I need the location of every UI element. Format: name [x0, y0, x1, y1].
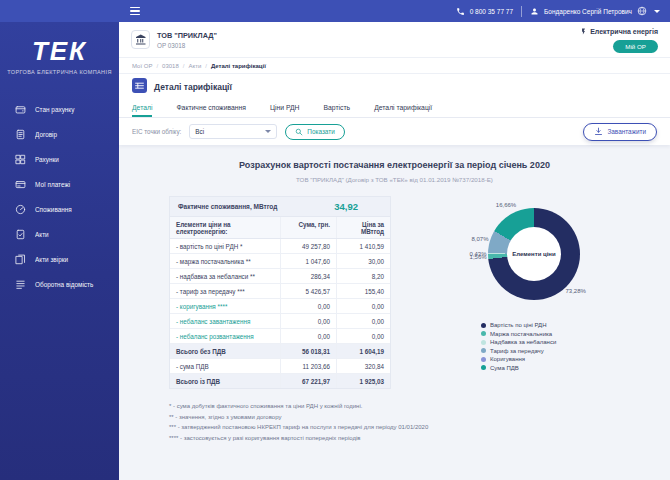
breadcrumb-separator: / [183, 63, 185, 69]
sidebar-item-label: Рахунки [35, 156, 59, 164]
tab-0[interactable]: Деталі [132, 100, 152, 117]
calculation-title: Розрахунок вартості постачання електроен… [119, 160, 670, 170]
row-label[interactable]: - небаланс розвантаження [170, 329, 280, 343]
sidebar-nav: Стан рахункуДоговірРахункиМої платежіСпо… [0, 97, 119, 297]
row-label: - вартість по ціні РДН * [170, 239, 280, 253]
body-row: ТЕК ТОРГОВА ЕЛЕКТРИЧНА КОМПАНІЯ Стан рах… [0, 22, 670, 480]
row-price: 30,00 [336, 254, 390, 268]
row-sum: 5 426,57 [280, 284, 336, 298]
content: Розрахунок вартості постачання електроен… [119, 145, 670, 480]
donut-percent-label: 73,28% [565, 288, 585, 294]
user-name[interactable]: Бондаренко Сергій Петрович [544, 8, 632, 15]
legend-label: Надбавка за небаланси [490, 339, 556, 345]
row-sum: 1 047,60 [280, 254, 336, 268]
tab-2[interactable]: Ціни РДН [270, 100, 300, 117]
row-price: 155,40 [336, 284, 390, 298]
topbar-divider [521, 6, 522, 17]
sidebar-item-5[interactable]: Акти [0, 222, 119, 247]
company-bar: ТОВ "ПРИКЛАД" ОР 03018 Електрична енергі… [119, 22, 670, 58]
row-price: 320,84 [336, 359, 390, 373]
row-label[interactable]: - коригування **** [170, 299, 280, 313]
donut-center-label: Елементи ціни [512, 251, 555, 258]
consumption-header: Фактичне споживання, МВтгод 34,92 [170, 197, 390, 217]
columns: Фактичне споживання, МВтгод 34,92 Елемен… [119, 196, 670, 389]
company-block: ТОВ "ПРИКЛАД" ОР 03018 [157, 31, 217, 49]
row-sum: 0,00 [280, 299, 336, 313]
consumption-icon [15, 204, 27, 215]
donut-percent-label: 8,07% [472, 236, 489, 242]
row-label: Всього із ПДВ [170, 374, 280, 388]
column-header-sum: Сума, грн. [280, 217, 336, 238]
user-icon [530, 7, 539, 16]
support-phone[interactable]: 0 800 35 77 77 [470, 8, 513, 15]
topbar-right: 0 800 35 77 77 Бондаренко Сергій Петрови… [456, 6, 670, 17]
breadcrumb-item-0[interactable]: Мої ОР [132, 63, 152, 69]
table-row: - вартість по ціні РДН *49 257,801 410,5… [170, 239, 390, 254]
my-or-button[interactable]: Мій ОР [613, 40, 658, 53]
row-label[interactable]: - небаланс завантаження [170, 314, 280, 328]
show-button[interactable]: Показати [285, 124, 344, 140]
sidebar-item-label: Акти звірки [35, 256, 68, 264]
app: 0 800 35 77 77 Бондаренко Сергій Петрови… [0, 0, 670, 480]
sidebar-item-label: Мої платежі [35, 181, 70, 189]
legend-label: Маржа постачальника [490, 331, 552, 337]
chart-block: Елементи ціни 73,28%1,56%0,43%8,07%16,66… [441, 196, 661, 389]
footnote-2: *** - затверджений постановою НКРЕКП тар… [169, 422, 670, 433]
donut-percent-label: 0,43% [469, 251, 486, 257]
tariff-details-icon [132, 78, 147, 97]
legend-label: Коригування [490, 356, 525, 362]
sidebar-item-3[interactable]: Мої платежі [0, 172, 119, 197]
legend-dot [481, 348, 486, 353]
sidebar-item-2[interactable]: Рахунки [0, 147, 119, 172]
logo-subtitle: ТОРГОВА ЕЛЕКТРИЧНА КОМПАНІЯ [0, 69, 119, 75]
tariff-table: Фактичне споживання, МВтгод 34,92 Елемен… [169, 196, 391, 389]
topbar: 0 800 35 77 77 Бондаренко Сергій Петрови… [0, 0, 670, 22]
sidebar-item-6[interactable]: Акти звірки [0, 247, 119, 272]
row-price: 1 604,19 [336, 344, 390, 358]
chevron-down-icon[interactable] [654, 10, 660, 13]
breadcrumb-item-1[interactable]: 03018 [162, 63, 179, 69]
logo[interactable]: ТЕК ТОРГОВА ЕЛЕКТРИЧНА КОМПАНІЯ [0, 22, 119, 75]
sidebar-item-1[interactable]: Договір [0, 122, 119, 147]
legend-item-2: Надбавка за небаланси [481, 339, 661, 345]
company-icon [131, 30, 150, 49]
menu-icon[interactable] [130, 7, 140, 15]
legend-dot [481, 323, 486, 328]
eic-select[interactable]: Всі [189, 124, 277, 139]
tab-3[interactable]: Вартість [324, 100, 351, 117]
sidebar-item-label: Стан рахунку [35, 106, 74, 114]
row-label: - сума ПДВ [170, 359, 280, 373]
invoices-icon [15, 154, 27, 165]
sidebar-item-7[interactable]: Оборотна відомість [0, 272, 119, 297]
sidebar: ТЕК ТОРГОВА ЕЛЕКТРИЧНА КОМПАНІЯ Стан рах… [0, 22, 119, 480]
column-header-elements: Елементи ціни на електроенергію: [170, 217, 280, 238]
donut-percent-label: 16,66% [496, 202, 516, 208]
sidebar-item-0[interactable]: Стан рахунку [0, 97, 119, 122]
tab-4[interactable]: Деталі тарифікації [374, 100, 432, 117]
row-sum: 286,34 [280, 269, 336, 283]
download-button-label: Завантажити [607, 128, 646, 135]
table-row: - тариф за передачу ***5 426,57155,40 [170, 284, 390, 299]
row-sum: 0,00 [280, 314, 336, 328]
breadcrumb-item-3: Деталі тарифікації [211, 63, 266, 69]
row-sum: 67 221,97 [280, 374, 336, 388]
eic-select-value: Всі [195, 128, 204, 135]
tab-1[interactable]: Фактичне споживання [176, 100, 246, 117]
contract-icon [15, 129, 27, 140]
row-price: 0,00 [336, 314, 390, 328]
lightning-icon [580, 27, 587, 37]
row-sum: 49 257,80 [280, 239, 336, 253]
wallet-icon [15, 104, 27, 115]
donut-center: Елементи ціни [507, 227, 561, 281]
table-column-headers: Елементи ціни на електроенергію: Сума, г… [170, 217, 390, 239]
download-button[interactable]: Завантажити [583, 123, 657, 141]
consumption-value: 34,92 [334, 201, 358, 212]
breadcrumb-item-2[interactable]: Акти [188, 63, 201, 69]
row-price: 0,00 [336, 329, 390, 343]
legend-item-3: Тариф за передачу [481, 348, 661, 354]
footnote-3: **** - застосовується у разі коригування… [169, 433, 670, 444]
table-row: - небаланс розвантаження0,000,00 [170, 329, 390, 344]
sidebar-item-label: Акти [35, 231, 49, 239]
globe-icon[interactable] [637, 6, 647, 16]
sidebar-item-4[interactable]: Споживання [0, 197, 119, 222]
